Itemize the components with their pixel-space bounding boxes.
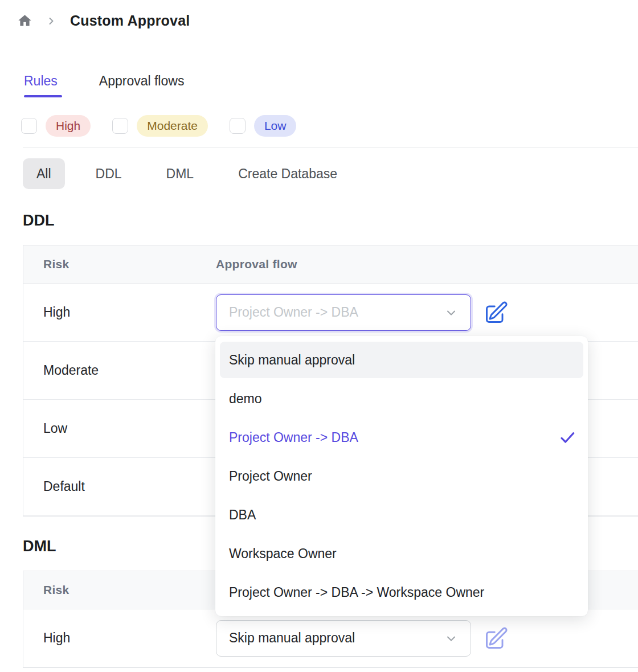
approval-flow-select-ddl-high[interactable]: Project Owner -> DBA [216,294,471,331]
approval-flow-column-header: Approval flow [216,257,297,271]
risk-filter-low: Low [230,115,297,137]
ddl-table-header: Risk Approval flow [23,245,638,284]
custom-approval-page: Custom Approval Rules Approval flows Hig… [0,0,638,672]
dropdown-item-skip-manual-approval[interactable]: Skip manual approval [220,342,583,378]
home-icon[interactable] [17,13,32,28]
moderate-badge[interactable]: Moderate [137,115,208,137]
risk-column-header: Risk [23,583,216,597]
tab-approval-flows[interactable]: Approval flows [99,73,185,89]
dropdown-item-label: Project Owner -> DBA [229,430,358,445]
risk-filter-moderate: Moderate [112,115,208,137]
dropdown-item-project-owner[interactable]: Project Owner [215,457,588,495]
chevron-down-icon [444,632,458,645]
approval-flow-select-dml-high[interactable]: Skip manual approval [216,620,471,657]
moderate-checkbox[interactable] [112,118,128,134]
chevron-down-icon [444,306,458,319]
select-value: Project Owner -> DBA [229,305,358,320]
active-tab-underline [24,95,62,97]
page-title: Custom Approval [70,13,190,29]
risk-column-header: Risk [23,257,216,271]
approval-flow-dropdown-menu: Skip manual approval demo Project Owner … [215,336,588,616]
edit-approval-flow-button[interactable] [484,300,509,325]
category-tab-create-database[interactable]: Create Database [224,158,351,189]
chevron-right-icon [46,15,57,27]
category-tab-bar: All DDL DML Create Database [23,158,351,189]
dropdown-item-workspace-owner[interactable]: Workspace Owner [215,534,588,573]
dropdown-item-dba[interactable]: DBA [215,495,588,534]
dropdown-item-project-owner-dba[interactable]: Project Owner -> DBA [215,418,588,457]
high-checkbox[interactable] [21,118,37,134]
filter-divider [23,147,638,148]
risk-filter-high: High [21,115,91,137]
category-tab-dml[interactable]: DML [153,158,208,189]
dropdown-item-project-owner-dba-workspace-owner[interactable]: Project Owner -> DBA -> Workspace Owner [215,573,588,612]
check-icon [558,428,576,446]
high-badge[interactable]: High [46,115,91,137]
dml-section-title: DML [23,538,56,555]
table-row-ddl-high: High Project Owner -> DBA [23,284,638,342]
tab-bar: Rules Approval flows [24,73,184,89]
ddl-section-title: DDL [23,212,55,230]
low-badge[interactable]: Low [254,115,297,137]
table-row-dml-high: High Skip manual approval [23,609,638,667]
tab-rules[interactable]: Rules [24,73,58,89]
edit-approval-flow-button[interactable] [484,626,509,651]
category-tab-all[interactable]: All [23,158,65,189]
dropdown-item-demo[interactable]: demo [215,379,588,418]
category-tab-ddl[interactable]: DDL [82,158,136,189]
risk-filter-row: High Moderate Low [21,115,296,137]
breadcrumb: Custom Approval [17,13,190,29]
select-value: Skip manual approval [229,630,355,646]
low-checkbox[interactable] [230,118,246,134]
